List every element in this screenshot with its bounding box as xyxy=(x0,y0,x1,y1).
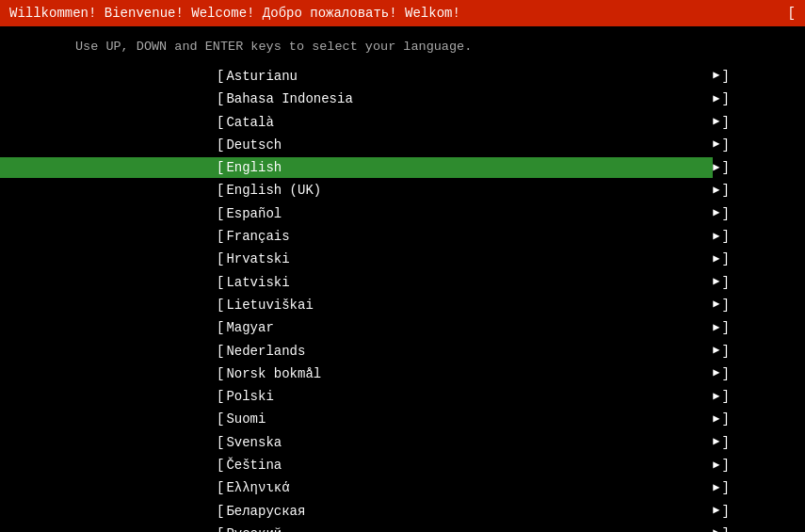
arrow-area: ▶ ] xyxy=(713,318,805,337)
bracket-right: ] xyxy=(722,136,730,154)
bracket-left: [ xyxy=(217,181,224,200)
bracket-right: ] xyxy=(722,273,730,292)
language-name: Español xyxy=(226,204,637,223)
bracket-right: ] xyxy=(722,364,730,383)
bracket-right: ] xyxy=(722,318,730,337)
bracket-right: ] xyxy=(722,387,730,406)
bracket-right: ] xyxy=(722,410,730,428)
bracket-left: [ xyxy=(217,273,224,292)
bracket-right: ] xyxy=(722,113,730,132)
language-name: Deutsch xyxy=(226,136,637,154)
language-item-suomi[interactable]: [ Suomi▶ ] xyxy=(0,408,805,430)
language-name: Norsk bokmål xyxy=(226,364,637,383)
language-item-ελληνικά[interactable]: [ Ελληνικά▶ ] xyxy=(0,476,805,499)
bracket-right: ] xyxy=(722,456,730,475)
chevron-right-icon: ▶ xyxy=(713,365,719,381)
language-item-bahasa-indonesia[interactable]: [ Bahasa Indonesia▶ ] xyxy=(0,88,805,110)
bracket-right: ] xyxy=(722,250,730,268)
bracket-left: [ xyxy=(217,478,224,497)
language-list: [ Asturianu▶ ][ Bahasa Indonesia▶ ][ Cat… xyxy=(0,65,805,532)
chevron-right-icon: ▶ xyxy=(713,229,719,245)
chevron-right-icon: ▶ xyxy=(713,297,719,313)
chevron-right-icon: ▶ xyxy=(713,320,719,336)
language-item-english[interactable]: [ English▶ ] xyxy=(0,156,805,179)
bracket-right: ] xyxy=(722,342,730,361)
chevron-right-icon: ▶ xyxy=(713,183,719,199)
language-name: Ελληνικά xyxy=(226,478,637,497)
language-item-latviski[interactable]: [ Latviski▶ ] xyxy=(0,271,805,294)
language-name: Nederlands xyxy=(226,342,637,361)
language-name: Català xyxy=(226,113,637,132)
chevron-right-icon: ▶ xyxy=(713,274,719,290)
chevron-right-icon: ▶ xyxy=(713,434,719,450)
language-item-català[interactable]: [ Català▶ ] xyxy=(0,111,805,134)
language-item-deutsch[interactable]: [ Deutsch▶ ] xyxy=(0,134,805,156)
chevron-right-icon: ▶ xyxy=(713,503,719,519)
arrow-area: ▶ ] xyxy=(713,181,805,200)
language-item-беларуская[interactable]: [ Беларуская▶ ] xyxy=(0,500,805,523)
bracket-left: [ xyxy=(217,227,224,246)
language-item-svenska[interactable]: [ Svenska▶ ] xyxy=(0,431,805,454)
bracket-left: [ xyxy=(217,387,224,406)
arrow-area: ▶ ] xyxy=(713,502,805,521)
chevron-right-icon: ▶ xyxy=(713,205,719,221)
language-name: Magyar xyxy=(226,318,637,337)
language-item-nederlands[interactable]: [ Nederlands▶ ] xyxy=(0,340,805,363)
language-item-hrvatski[interactable]: [ Hrvatski▶ ] xyxy=(0,248,805,270)
language-name: English (UK) xyxy=(226,181,637,200)
language-item-english-(uk)[interactable]: [ English (UK)▶ ] xyxy=(0,179,805,202)
arrow-area: ▶ ] xyxy=(713,387,805,406)
language-item-lietuviškai[interactable]: [ Lietuviškai▶ ] xyxy=(0,294,805,316)
language-item-asturianu[interactable]: [ Asturianu▶ ] xyxy=(0,65,805,88)
language-item-čeština[interactable]: [ Čeština▶ ] xyxy=(0,454,805,476)
bracket-left: [ xyxy=(217,89,224,108)
arrow-area: ▶ ] xyxy=(713,227,805,246)
language-item-magyar[interactable]: [ Magyar▶ ] xyxy=(0,316,805,339)
language-name: Suomi xyxy=(226,410,637,428)
instruction-text: Use UP, DOWN and ENTER keys to select yo… xyxy=(0,26,805,63)
arrow-area: ▶ ] xyxy=(713,158,805,177)
bracket-left: [ xyxy=(217,342,224,361)
bracket-right: ] xyxy=(722,433,730,452)
language-item-français[interactable]: [ Français▶ ] xyxy=(0,225,805,248)
bracket-right: ] xyxy=(722,502,730,521)
language-name: English xyxy=(226,158,713,177)
bracket-left: [ xyxy=(217,296,224,314)
bracket-left: [ xyxy=(217,158,224,177)
language-name: Hrvatski xyxy=(226,250,637,268)
bracket-left: [ xyxy=(217,136,224,154)
bracket-left: [ xyxy=(217,456,224,475)
bracket-right: ] xyxy=(722,158,730,177)
bracket-left: [ xyxy=(217,67,224,86)
bracket-left: [ xyxy=(217,204,224,223)
header-right: [ xyxy=(788,6,796,21)
language-item-русский[interactable]: [ Русский▶ ] xyxy=(0,523,805,532)
bracket-right: ] xyxy=(722,524,730,532)
bracket-left: [ xyxy=(217,250,224,268)
language-name: Čeština xyxy=(226,456,637,475)
arrow-area: ▶ ] xyxy=(713,524,805,532)
arrow-area: ▶ ] xyxy=(713,250,805,268)
language-item-norsk-bokmål[interactable]: [ Norsk bokmål▶ ] xyxy=(0,363,805,385)
chevron-right-icon: ▶ xyxy=(713,458,719,474)
language-name: Беларуская xyxy=(226,502,637,521)
arrow-area: ▶ ] xyxy=(713,433,805,452)
chevron-right-icon: ▶ xyxy=(713,480,719,496)
arrow-area: ▶ ] xyxy=(713,204,805,223)
language-item-español[interactable]: [ Español▶ ] xyxy=(0,202,805,225)
language-name: Polski xyxy=(226,387,637,406)
arrow-area: ▶ ] xyxy=(713,342,805,361)
arrow-area: ▶ ] xyxy=(713,456,805,475)
chevron-right-icon: ▶ xyxy=(713,137,719,153)
bracket-left: [ xyxy=(217,502,224,521)
chevron-right-icon: ▶ xyxy=(713,389,719,405)
bracket-left: [ xyxy=(217,364,224,383)
welcome-text: Willkommen! Bienvenue! Welcome! Добро по… xyxy=(9,6,460,21)
chevron-right-icon: ▶ xyxy=(713,343,719,359)
bracket-right: ] xyxy=(722,89,730,108)
bracket-right: ] xyxy=(722,478,730,497)
bracket-right: ] xyxy=(722,296,730,314)
bracket-right: ] xyxy=(722,227,730,246)
language-name: Svenska xyxy=(226,433,637,452)
language-item-polski[interactable]: [ Polski▶ ] xyxy=(0,385,805,408)
